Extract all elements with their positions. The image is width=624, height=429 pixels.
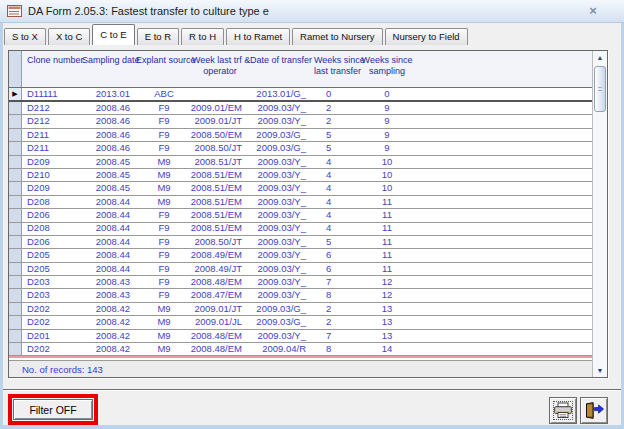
cell-sampling-date[interactable]: 2008.44: [82, 223, 136, 235]
table-row[interactable]: D2112008.46F92008.50/JT2009.03/G_59: [9, 142, 592, 155]
cell-explant-source[interactable]: M9: [136, 316, 192, 328]
cell-weeks-since-last-transfer[interactable]: 4: [314, 182, 360, 194]
cell-weeks-since-sampling[interactable]: 13: [360, 316, 414, 328]
tab-s-to-x[interactable]: S to X: [4, 28, 46, 45]
cell-date-of-transfer[interactable]: 2009.03/G_: [248, 129, 314, 141]
cell-date-of-transfer[interactable]: 2009.03/Y_: [248, 289, 314, 301]
cell-clone-number[interactable]: D206: [22, 236, 82, 248]
cell-weeks-since-sampling[interactable]: 11: [360, 236, 414, 248]
cell-weeks-since-last-transfer[interactable]: 8: [314, 343, 360, 355]
cell-sampling-date[interactable]: 2008.45: [82, 182, 136, 194]
row-selector[interactable]: [9, 343, 22, 355]
row-selector[interactable]: [9, 223, 22, 235]
cell-weeks-since-sampling[interactable]: 12: [360, 276, 414, 288]
cell-weeks-since-sampling[interactable]: 13: [360, 303, 414, 315]
current-record-arrow-icon[interactable]: ▶: [9, 88, 22, 100]
cell-week-last-trf-operator[interactable]: 2008.50/EM: [192, 129, 248, 141]
cell-explant-source[interactable]: F9: [136, 102, 192, 114]
row-selector[interactable]: [9, 209, 22, 221]
cell-week-last-trf-operator[interactable]: 2009.01/JL: [192, 316, 248, 328]
row-selector[interactable]: [9, 142, 22, 154]
table-row[interactable]: D2052008.44F92008.49/EM2009.03/Y_611: [9, 249, 592, 262]
cell-clone-number[interactable]: D208: [22, 223, 82, 235]
table-row[interactable]: D2092008.45M92008.51/EM2009.03/Y_410: [9, 182, 592, 195]
table-row[interactable]: D2062008.44F92008.50/JT2009.03/Y_511: [9, 236, 592, 249]
cell-clone-number[interactable]: D11111: [22, 88, 82, 100]
row-selector[interactable]: [9, 330, 22, 342]
cell-sampling-date[interactable]: 2008.42: [82, 316, 136, 328]
row-selector[interactable]: [9, 276, 22, 288]
cell-weeks-since-last-transfer[interactable]: 4: [314, 209, 360, 221]
cell-week-last-trf-operator[interactable]: 2008.48/EM: [192, 330, 248, 342]
scroll-down-icon[interactable]: ▼: [593, 367, 607, 374]
cell-date-of-transfer[interactable]: 2009.03/Y_: [248, 156, 314, 168]
close-icon[interactable]: ×: [584, 3, 602, 19]
row-selector[interactable]: [9, 102, 22, 114]
cell-weeks-since-last-transfer[interactable]: 0: [314, 88, 360, 100]
cell-clone-number[interactable]: D208: [22, 196, 82, 208]
cell-clone-number[interactable]: D202: [22, 343, 82, 355]
scrollbar-thumb[interactable]: [594, 66, 606, 112]
cell-weeks-since-sampling[interactable]: 10: [360, 182, 414, 194]
cell-weeks-since-last-transfer[interactable]: 8: [314, 289, 360, 301]
cell-weeks-since-sampling[interactable]: 0: [360, 88, 414, 100]
cell-week-last-trf-operator[interactable]: 2008.49/EM: [192, 249, 248, 261]
row-selector[interactable]: [9, 169, 22, 181]
cell-date-of-transfer[interactable]: 2009.03/Y_: [248, 115, 314, 127]
row-selector[interactable]: [9, 196, 22, 208]
cell-sampling-date[interactable]: 2008.42: [82, 330, 136, 342]
cell-sampling-date[interactable]: 2008.46: [82, 115, 136, 127]
tab-ramet-to-nursery[interactable]: Ramet to Nursery: [292, 28, 382, 45]
cell-weeks-since-last-transfer[interactable]: 2: [314, 316, 360, 328]
cell-weeks-since-sampling[interactable]: 9: [360, 129, 414, 141]
cell-sampling-date[interactable]: 2008.42: [82, 303, 136, 315]
cell-weeks-since-last-transfer[interactable]: 2: [314, 303, 360, 315]
cell-week-last-trf-operator[interactable]: [192, 88, 248, 100]
filter-off-button[interactable]: Filter OFF: [13, 399, 93, 420]
cell-date-of-transfer[interactable]: 2009.03/G_: [248, 316, 314, 328]
table-row[interactable]: D2092008.45M92008.51/JT2009.03/Y_410: [9, 156, 592, 169]
cell-clone-number[interactable]: D205: [22, 263, 82, 275]
cell-weeks-since-last-transfer[interactable]: 6: [314, 263, 360, 275]
cell-clone-number[interactable]: D209: [22, 156, 82, 168]
cell-date-of-transfer[interactable]: 2009.03/Y_: [248, 223, 314, 235]
cell-explant-source[interactable]: M9: [136, 303, 192, 315]
cell-weeks-since-last-transfer[interactable]: 7: [314, 276, 360, 288]
exit-button[interactable]: [580, 397, 608, 424]
cell-sampling-date[interactable]: 2008.46: [82, 142, 136, 154]
table-row[interactable]: ▶D111112013.01ABC2013.01/G_00: [9, 88, 592, 102]
cell-weeks-since-sampling[interactable]: 13: [360, 330, 414, 342]
cell-week-last-trf-operator[interactable]: 2009.01/JT: [192, 303, 248, 315]
cell-sampling-date[interactable]: 2008.42: [82, 343, 136, 355]
cell-clone-number[interactable]: D210: [22, 169, 82, 181]
tab-nursery-to-field[interactable]: Nursery to Field: [385, 28, 468, 45]
cell-date-of-transfer[interactable]: 2009.03/Y_: [248, 182, 314, 194]
tab-h-to-ramet[interactable]: H to Ramet: [226, 28, 290, 45]
cell-sampling-date[interactable]: 2008.44: [82, 236, 136, 248]
cell-clone-number[interactable]: D209: [22, 182, 82, 194]
cell-sampling-date[interactable]: 2008.46: [82, 129, 136, 141]
table-row[interactable]: D2062008.44F92008.51/EM2009.03/Y_411: [9, 209, 592, 222]
table-row[interactable]: D2032008.43F92008.47/EM2009.03/Y_812: [9, 289, 592, 302]
cell-weeks-since-last-transfer[interactable]: 4: [314, 156, 360, 168]
table-row[interactable]: D2122008.46F92009.01/EM2009.03/Y_29: [9, 102, 592, 115]
cell-weeks-since-sampling[interactable]: 14: [360, 343, 414, 355]
cell-week-last-trf-operator[interactable]: 2008.50/JT: [192, 236, 248, 248]
cell-date-of-transfer[interactable]: 2009.03/Y_: [248, 236, 314, 248]
cell-clone-number[interactable]: D201: [22, 330, 82, 342]
cell-clone-number[interactable]: D203: [22, 289, 82, 301]
cell-explant-source[interactable]: F9: [136, 236, 192, 248]
cell-sampling-date[interactable]: 2008.44: [82, 263, 136, 275]
row-selector[interactable]: [9, 236, 22, 248]
cell-explant-source[interactable]: M9: [136, 169, 192, 181]
cell-date-of-transfer[interactable]: 2009.03/Y_: [248, 209, 314, 221]
cell-explant-source[interactable]: F9: [136, 276, 192, 288]
table-row[interactable]: D2112008.46F92008.50/EM2009.03/G_59: [9, 129, 592, 142]
row-selector[interactable]: [9, 249, 22, 261]
cell-sampling-date[interactable]: 2008.43: [82, 276, 136, 288]
cell-weeks-since-sampling[interactable]: 10: [360, 169, 414, 181]
cell-week-last-trf-operator[interactable]: 2008.51/EM: [192, 209, 248, 221]
cell-weeks-since-sampling[interactable]: 10: [360, 156, 414, 168]
cell-sampling-date[interactable]: 2008.44: [82, 196, 136, 208]
cell-weeks-since-last-transfer[interactable]: 7: [314, 330, 360, 342]
